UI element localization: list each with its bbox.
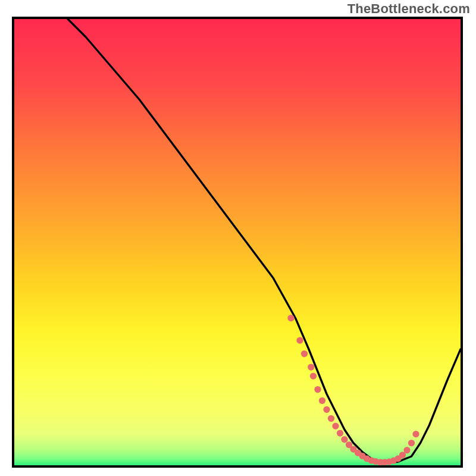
valley-dot — [314, 386, 321, 393]
valley-dot — [412, 431, 419, 437]
valley-dot — [408, 440, 415, 446]
chart-frame: TheBottleneck.com — [0, 0, 476, 476]
valley-dot — [287, 315, 294, 321]
valley-dot — [328, 415, 334, 422]
valley-dot — [403, 447, 410, 453]
valley-dot — [323, 406, 330, 413]
valley-dot — [341, 436, 347, 443]
watermark-text: TheBottleneck.com — [347, 1, 470, 17]
valley-dot — [301, 350, 308, 357]
plot-area — [12, 17, 463, 468]
valley-dot — [332, 422, 339, 429]
valley-dot — [310, 372, 317, 379]
valley-dot — [308, 364, 314, 370]
valley-dot — [337, 430, 343, 436]
valley-dot — [319, 397, 325, 404]
valley-dots — [14, 19, 461, 465]
valley-dot — [296, 337, 303, 343]
